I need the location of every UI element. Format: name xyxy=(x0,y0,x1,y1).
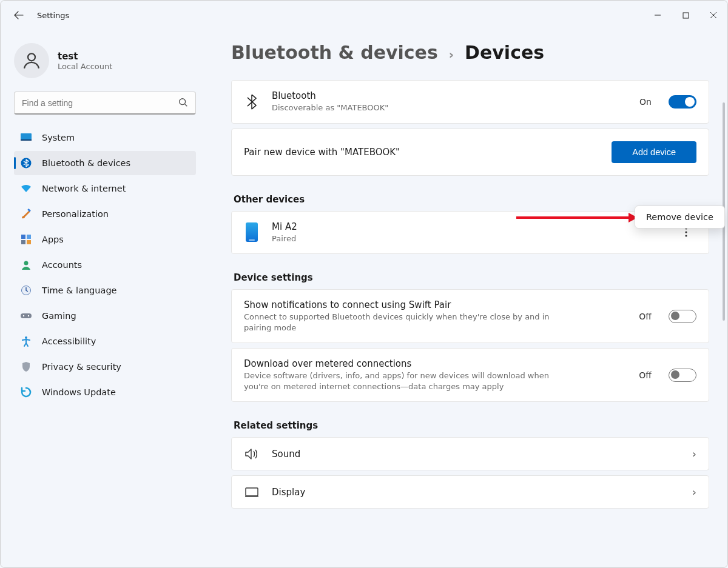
sidebar-item-gaming[interactable]: Gaming xyxy=(14,304,196,328)
arrow-left-icon xyxy=(14,10,24,20)
svg-rect-20 xyxy=(246,488,258,496)
sidebar-item-network[interactable]: Network & internet xyxy=(14,176,196,201)
close-icon xyxy=(710,12,717,19)
sidebar-item-update[interactable]: Windows Update xyxy=(14,380,196,404)
display-icon xyxy=(244,487,260,498)
sidebar-item-label: Time & language xyxy=(42,286,117,295)
add-device-button[interactable]: Add device xyxy=(612,141,696,163)
sidebar-item-privacy[interactable]: Privacy & security xyxy=(14,355,196,379)
related-sound[interactable]: Sound › xyxy=(231,437,709,470)
accessibility-icon xyxy=(20,335,32,347)
clock-icon xyxy=(20,284,32,296)
chevron-right-icon: › xyxy=(449,47,454,62)
user-block[interactable]: test Local Account xyxy=(14,43,196,78)
minimize-icon xyxy=(654,12,661,19)
bluetooth-card: Bluetooth Discoverable as "MATEBOOK" On xyxy=(231,80,709,124)
svg-point-18 xyxy=(685,232,687,233)
main: Bluetooth & devices › Devices Bluetooth … xyxy=(207,30,727,567)
sidebar-item-personalization[interactable]: Personalization xyxy=(14,202,196,226)
phone-icon xyxy=(246,222,258,242)
sound-icon xyxy=(244,448,260,460)
titlebar: Settings xyxy=(1,1,727,30)
sidebar-item-label: Network & internet xyxy=(42,184,126,193)
sidebar-item-accessibility[interactable]: Accessibility xyxy=(14,329,196,353)
metered-toggle[interactable] xyxy=(669,369,696,382)
bluetooth-sub: Discoverable as "MATEBOOK" xyxy=(272,102,599,113)
remove-device-menu-item[interactable]: Remove device xyxy=(635,205,725,229)
breadcrumb-parent[interactable]: Bluetooth & devices xyxy=(231,42,438,63)
sidebar-item-label: Accounts xyxy=(42,260,82,270)
related-display[interactable]: Display › xyxy=(231,475,709,509)
sidebar-item-label: Privacy & security xyxy=(42,362,121,372)
bluetooth-icon xyxy=(20,157,32,169)
bluetooth-glyph-icon xyxy=(244,94,260,110)
gamepad-icon xyxy=(20,310,32,322)
sidebar-item-label: Windows Update xyxy=(42,387,116,397)
app-title: Settings xyxy=(37,11,69,20)
sidebar-item-apps[interactable]: Apps xyxy=(14,227,196,252)
user-sub: Local Account xyxy=(58,62,112,71)
related-label: Display xyxy=(272,487,680,498)
sidebar-item-time[interactable]: Time & language xyxy=(14,278,196,302)
svg-point-19 xyxy=(685,235,687,237)
account-icon xyxy=(20,259,32,271)
user-name: test xyxy=(58,51,112,62)
chevron-right-icon: › xyxy=(692,486,696,498)
bluetooth-state-label: On xyxy=(639,97,652,107)
svg-rect-10 xyxy=(27,240,31,244)
svg-point-16 xyxy=(25,336,27,339)
swift-pair-state-label: Off xyxy=(639,312,652,321)
paintbrush-icon xyxy=(20,208,32,220)
swift-pair-sub: Connect to supported Bluetooth devices q… xyxy=(244,312,571,333)
section-device-settings: Device settings xyxy=(234,272,709,283)
swift-pair-card: Show notifications to connect using Swif… xyxy=(231,289,709,343)
search-icon xyxy=(178,97,189,110)
svg-point-15 xyxy=(28,315,29,316)
sidebar-item-bluetooth[interactable]: Bluetooth & devices xyxy=(14,151,196,175)
system-icon xyxy=(20,132,32,144)
nav: System Bluetooth & devices Network & int… xyxy=(14,125,196,404)
related-label: Sound xyxy=(272,449,680,459)
svg-rect-8 xyxy=(27,235,31,239)
device-status: Paired xyxy=(272,233,599,244)
svg-rect-13 xyxy=(21,313,32,318)
svg-point-2 xyxy=(180,99,186,105)
pair-text: Pair new device with "MATEBOOK" xyxy=(244,147,599,158)
svg-rect-7 xyxy=(21,235,25,239)
metered-title: Download over metered connections xyxy=(244,358,627,369)
search-box[interactable] xyxy=(14,92,196,115)
maximize-button[interactable] xyxy=(672,3,699,27)
dots-vertical-icon xyxy=(685,227,687,237)
svg-rect-4 xyxy=(21,139,32,141)
search-input[interactable] xyxy=(14,92,196,115)
sidebar-item-system[interactable]: System xyxy=(14,125,196,150)
svg-point-14 xyxy=(23,315,24,316)
shield-icon xyxy=(20,361,32,373)
sidebar-item-label: System xyxy=(42,133,75,142)
minimize-button[interactable] xyxy=(644,3,672,27)
svg-rect-9 xyxy=(21,240,25,244)
metered-card: Download over metered connections Device… xyxy=(231,348,709,402)
bluetooth-toggle[interactable] xyxy=(669,95,696,109)
apps-icon xyxy=(20,233,32,246)
chevron-right-icon: › xyxy=(692,447,696,460)
sidebar-item-label: Bluetooth & devices xyxy=(42,158,130,168)
metered-sub: Device software (drivers, info, and apps… xyxy=(244,370,571,392)
person-icon xyxy=(21,50,42,71)
wifi-icon xyxy=(20,182,32,195)
sidebar-item-label: Accessibility xyxy=(42,336,96,346)
pair-card: Pair new device with "MATEBOOK" Add devi… xyxy=(231,129,709,176)
section-related-settings: Related settings xyxy=(234,420,709,431)
sidebar-item-label: Personalization xyxy=(42,209,109,219)
section-other-devices: Other devices xyxy=(234,194,709,205)
close-button[interactable] xyxy=(699,3,727,27)
bluetooth-title: Bluetooth xyxy=(272,90,627,101)
back-button[interactable] xyxy=(7,3,31,27)
sidebar-item-accounts[interactable]: Accounts xyxy=(14,253,196,277)
window-controls xyxy=(644,3,727,27)
svg-point-11 xyxy=(24,261,29,266)
sidebar: test Local Account System Bluetooth & de… xyxy=(1,30,207,567)
annotation-arrow-icon xyxy=(516,212,638,224)
swift-pair-toggle[interactable] xyxy=(669,310,696,323)
breadcrumb: Bluetooth & devices › Devices xyxy=(231,42,709,63)
